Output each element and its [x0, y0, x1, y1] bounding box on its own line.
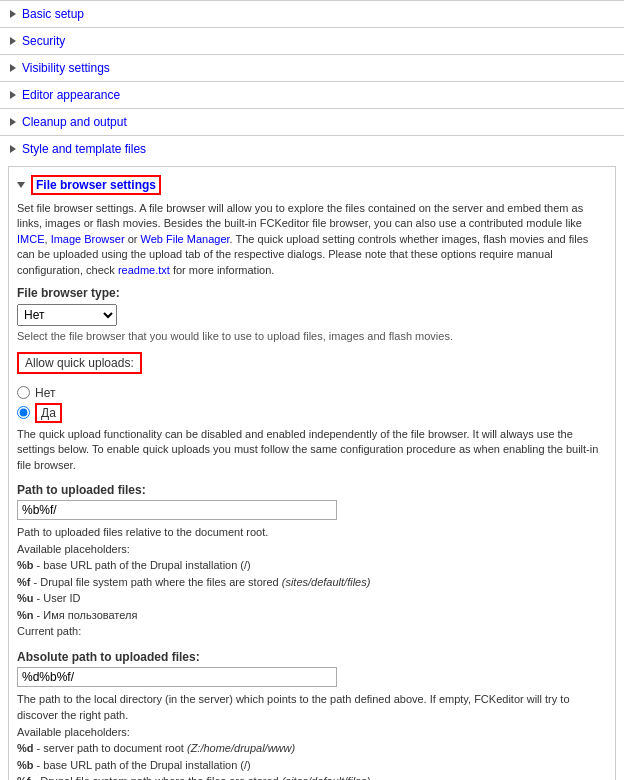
visibility-link[interactable]: Visibility settings: [22, 61, 110, 75]
path-desc-line1: Path to uploaded files relative to the d…: [17, 526, 268, 538]
radio-no-item: Нет: [17, 386, 607, 400]
radio-yes-item: Да: [17, 403, 607, 423]
arrow-icon: [10, 37, 16, 45]
abs-placeholder-d: %d: [17, 742, 34, 754]
path-input[interactable]: [17, 500, 337, 520]
arrow-icon: [10, 118, 16, 126]
file-browser-type-wrapper: Нет: [17, 304, 607, 326]
sidebar-item-security[interactable]: Security: [0, 27, 624, 54]
placeholder-f: %f: [17, 576, 30, 588]
arrow-icon: [10, 145, 16, 153]
placeholder-f-value: sites/default/files: [285, 576, 366, 588]
abs-path-label: Absolute path to uploaded files:: [17, 650, 607, 664]
file-browser-type-desc: Select the file browser that you would l…: [17, 330, 607, 342]
abs-placeholder-f-value: sites/default/files: [285, 775, 366, 780]
expand-arrow-icon: [17, 182, 25, 188]
radio-yes-input[interactable]: [17, 406, 30, 419]
style-template-link[interactable]: Style and template files: [22, 142, 146, 156]
file-browser-description: Set file browser settings. A file browse…: [17, 201, 607, 278]
basic-setup-link[interactable]: Basic setup: [22, 7, 84, 21]
current-path-label: Current path:: [17, 625, 81, 637]
allow-quick-uploads-label-wrapper: Allow quick uploads:: [17, 352, 607, 380]
path-description: Path to uploaded files relative to the d…: [17, 524, 607, 640]
nav-sections: Basic setup Security Visibility settings…: [0, 0, 624, 162]
abs-path-input[interactable]: [17, 667, 337, 687]
file-browser-header: File browser settings: [17, 175, 607, 195]
file-browser-type-select[interactable]: Нет: [17, 304, 117, 326]
abs-path-desc-line1: The path to the local directory (in the …: [17, 693, 570, 722]
abs-placeholder-d-value: Z:/home/drupal/www: [191, 742, 292, 754]
file-browser-section: File browser settings Set file browser s…: [8, 166, 616, 780]
sidebar-item-style-template[interactable]: Style and template files: [0, 135, 624, 162]
quick-upload-description: The quick upload functionality can be di…: [17, 427, 607, 473]
abs-path-description: The path to the local directory (in the …: [17, 691, 607, 780]
arrow-icon: [10, 64, 16, 72]
file-browser-title[interactable]: File browser settings: [31, 175, 161, 195]
sidebar-item-editor-appearance[interactable]: Editor appearance: [0, 81, 624, 108]
editor-appearance-link[interactable]: Editor appearance: [22, 88, 120, 102]
arrow-icon: [10, 10, 16, 18]
abs-path-placeholders-title: Available placeholders:: [17, 726, 130, 738]
web-file-manager-link[interactable]: Web File Manager: [141, 233, 230, 245]
radio-no-label: Нет: [35, 386, 55, 400]
cleanup-link[interactable]: Cleanup and output: [22, 115, 127, 129]
file-browser-type-label: File browser type:: [17, 286, 607, 300]
radio-group-uploads: Нет Да: [17, 386, 607, 423]
abs-placeholder-b: %b: [17, 759, 34, 771]
allow-quick-uploads-label: Allow quick uploads:: [17, 352, 142, 374]
imce-link[interactable]: IMCE: [17, 233, 45, 245]
sidebar-item-basic-setup[interactable]: Basic setup: [0, 0, 624, 27]
security-link[interactable]: Security: [22, 34, 65, 48]
arrow-icon: [10, 91, 16, 99]
image-browser-link[interactable]: Image Browser: [51, 233, 125, 245]
path-label: Path to uploaded files:: [17, 483, 607, 497]
radio-yes-label: Да: [35, 403, 62, 423]
abs-placeholder-f: %f: [17, 775, 30, 780]
sidebar-item-cleanup[interactable]: Cleanup and output: [0, 108, 624, 135]
placeholder-u: %u: [17, 592, 34, 604]
readme-link[interactable]: readme.txt: [118, 264, 170, 276]
sidebar-item-visibility[interactable]: Visibility settings: [0, 54, 624, 81]
path-placeholders-title: Available placeholders:: [17, 543, 130, 555]
radio-no-input[interactable]: [17, 386, 30, 399]
placeholder-n: %n: [17, 609, 34, 621]
placeholder-b: %b: [17, 559, 34, 571]
